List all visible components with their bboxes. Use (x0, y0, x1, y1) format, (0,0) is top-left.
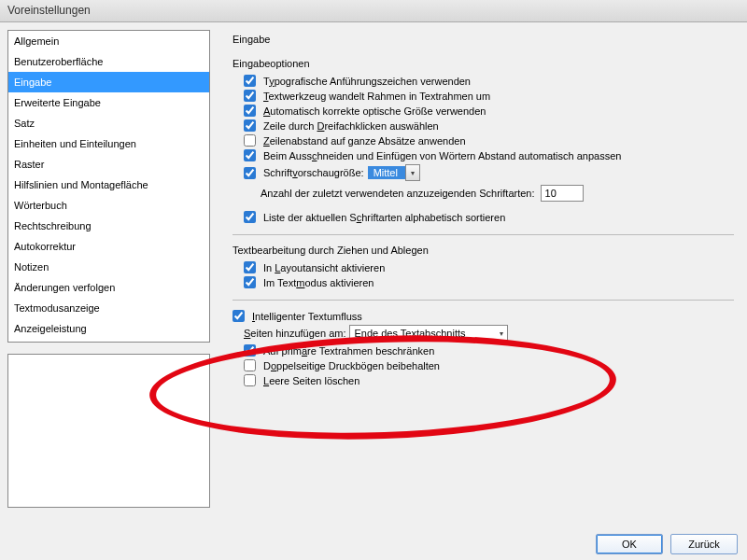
separator (233, 234, 734, 235)
sidebar-item[interactable]: Raster (8, 154, 209, 175)
chk-auto-optical-size[interactable] (244, 105, 256, 117)
group-smart-reflow: Intelligenter Textumfluss Seiten hinzufü… (233, 310, 734, 386)
row-add-pages: Seiten hinzufügen am: Ende des Textabsch… (244, 325, 734, 342)
chk-smart-reflow[interactable] (233, 310, 245, 322)
opt-leading-paragraph[interactable]: Zeilenabstand auf ganze Absätze anwenden (244, 134, 734, 147)
input-recent-fonts-count[interactable] (541, 185, 584, 202)
chk-enable-layout[interactable] (244, 261, 256, 273)
sidebar-item[interactable]: Allgemein (8, 31, 209, 51)
cancel-button[interactable]: Zurück (670, 534, 738, 554)
dialog-buttons: OK Zurück (596, 534, 738, 554)
chk-delete-empty-pages[interactable] (244, 374, 256, 386)
opt-enable-textmode[interactable]: Im Textmodus aktivieren (244, 276, 734, 288)
opt-cut-paste-spacing[interactable]: Beim Ausschneiden und Einfügen von Wörte… (244, 149, 734, 161)
lbl-primary-textframes: Auf primäre Textrahmen beschränken (263, 345, 434, 357)
lbl-sort-fonts: Liste der aktuellen Schriftarten alphabe… (263, 212, 505, 223)
opt-enable-layout[interactable]: In Layoutansicht aktivieren (244, 261, 734, 273)
sidebar-empty-box (7, 354, 210, 508)
chevron-down-icon[interactable]: ▾ (405, 164, 420, 181)
lbl-typographic-quotes: Typografische Anführungszeichen verwende… (263, 76, 471, 87)
sidebar-item[interactable]: Hilfslinien und Montagefläche (8, 175, 209, 195)
chk-leading-paragraph[interactable] (244, 134, 256, 147)
combo-font-preview-size[interactable]: Mittel ▾ (368, 164, 420, 181)
opt-delete-empty-pages[interactable]: Leere Seiten löschen (244, 374, 734, 386)
sidebar-item[interactable]: Wörterbuch (8, 195, 209, 216)
ok-button[interactable]: OK (596, 534, 663, 554)
group-drag-drop: Textbearbeitung durch Ziehen und Ablegen… (233, 245, 734, 288)
lbl-delete-empty-pages: Leere Seiten löschen (263, 375, 359, 386)
chk-primary-textframes[interactable] (244, 344, 256, 357)
sidebar-item[interactable]: Anzeigeleistung (8, 318, 209, 339)
separator (233, 300, 734, 301)
lbl-text-tool-convert: Textwerkzeug wandelt Rahmen in Textrahme… (263, 91, 490, 102)
chk-triple-click[interactable] (244, 119, 256, 132)
opt-font-preview-size[interactable]: Schriftvorschaugröße: Mittel ▾ (244, 164, 734, 181)
chk-cut-paste-spacing[interactable] (244, 149, 256, 161)
sidebar-item[interactable]: Textmodusanzeige (8, 298, 209, 318)
sidebar-item[interactable]: Benutzeroberfläche (8, 51, 209, 72)
sidebar-item[interactable]: Erweiterte Eingabe (8, 92, 209, 113)
main-panel: Eingabe Eingabeoptionen Typografische An… (210, 22, 747, 528)
lbl-font-preview-size: Schriftvorschaugröße: (263, 167, 364, 178)
chk-sort-fonts[interactable] (244, 211, 256, 223)
opt-auto-optical-size[interactable]: Automatisch korrekte optische Größe verw… (244, 105, 734, 117)
chk-font-preview-size[interactable] (244, 167, 256, 179)
title-bar: Voreinstellungen (0, 0, 747, 22)
sidebar-item[interactable]: Rechtschreibung (8, 216, 209, 236)
lbl-recent-fonts-count: Anzahl der zuletzt verwendeten anzuzeige… (261, 188, 535, 199)
sidebar-item[interactable]: Autokorrektur (8, 236, 209, 257)
lbl-cut-paste-spacing: Beim Ausschneiden und Einfügen von Wörte… (263, 150, 621, 161)
dialog-content: AllgemeinBenutzeroberflächeEingabeErweit… (0, 22, 747, 528)
lbl-leading-paragraph: Zeilenabstand auf ganze Absätze anwenden (263, 135, 466, 147)
opt-sort-fonts[interactable]: Liste der aktuellen Schriftarten alphabe… (244, 211, 734, 223)
sidebar: AllgemeinBenutzeroberflächeEingabeErweit… (0, 22, 210, 528)
lbl-add-pages: Seiten hinzufügen am: (244, 328, 345, 339)
opt-keep-spreads[interactable]: Doppelseitige Druckbögen beibehalten (244, 359, 734, 371)
opt-text-tool-convert[interactable]: Textwerkzeug wandelt Rahmen in Textrahme… (244, 90, 734, 102)
row-recent-fonts-count: Anzahl der zuletzt verwendeten anzuzeige… (261, 185, 734, 202)
dropdown-value: Ende des Textabschnitts (354, 328, 465, 339)
chk-keep-spreads[interactable] (244, 359, 256, 371)
opt-smart-reflow[interactable]: Intelligenter Textumfluss (233, 310, 734, 322)
page-title: Eingabe (233, 34, 734, 45)
chk-text-tool-convert[interactable] (244, 90, 256, 102)
dropdown-add-pages[interactable]: Ende des Textabschnitts ▾ (349, 325, 508, 342)
category-list[interactable]: AllgemeinBenutzeroberflächeEingabeErweit… (7, 30, 210, 343)
sidebar-item[interactable]: Änderungen verfolgen (8, 277, 209, 298)
opt-primary-textframes[interactable]: Auf primäre Textrahmen beschränken (244, 344, 734, 357)
opt-typographic-quotes[interactable]: Typografische Anführungszeichen verwende… (244, 75, 734, 87)
lbl-triple-click: Zeile durch Dreifachklicken auswählen (263, 120, 439, 132)
sidebar-item[interactable]: Notizen (8, 257, 209, 277)
combo-selection: Mittel (368, 166, 405, 179)
chk-typographic-quotes[interactable] (244, 75, 256, 87)
window-title: Voreinstellungen (7, 4, 91, 17)
opt-triple-click[interactable]: Zeile durch Dreifachklicken auswählen (244, 119, 734, 132)
group-title-input-options: Eingabeoptionen (233, 58, 734, 69)
sidebar-item[interactable]: Satz (8, 113, 209, 133)
lbl-enable-textmode: Im Textmodus aktivieren (263, 277, 374, 288)
sidebar-item[interactable]: Eingabe (8, 72, 209, 92)
lbl-keep-spreads: Doppelseitige Druckbögen beibehalten (263, 360, 440, 371)
sidebar-item[interactable]: Einheiten und Einteilungen (8, 133, 209, 154)
group-title-drag-drop: Textbearbeitung durch Ziehen und Ablegen (233, 245, 734, 256)
lbl-enable-layout: In Layoutansicht aktivieren (263, 262, 385, 273)
lbl-auto-optical-size: Automatisch korrekte optische Größe verw… (263, 105, 486, 117)
chevron-down-icon: ▾ (500, 329, 503, 338)
sidebar-item[interactable]: Schwarzdarstellung (8, 339, 209, 343)
lbl-smart-reflow: Intelligenter Textumfluss (252, 311, 362, 322)
chk-enable-textmode[interactable] (244, 276, 256, 288)
group-input-options: Eingabeoptionen Typografische Anführungs… (233, 58, 734, 223)
